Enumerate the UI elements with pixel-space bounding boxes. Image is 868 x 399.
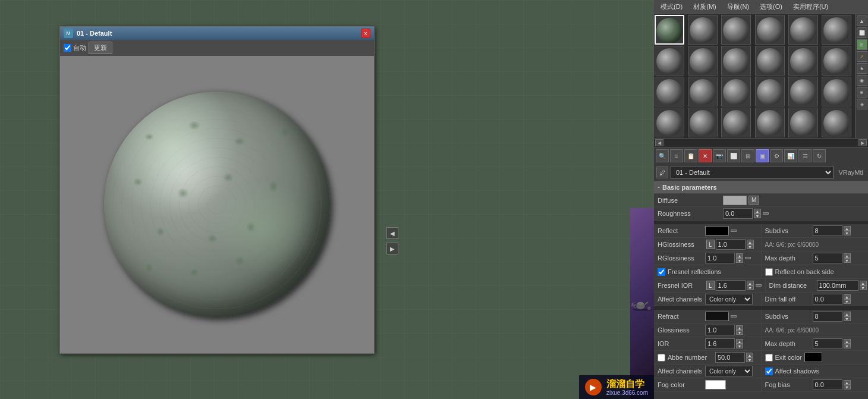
maxdepth-up[interactable]: ▲ <box>844 253 851 258</box>
tool-btn-settings[interactable]: ⚙ <box>770 149 783 162</box>
affect-channels2-dropdown[interactable]: Color only All channels <box>705 366 753 376</box>
subdivs-up[interactable]: ▲ <box>844 226 851 231</box>
tool-btn-delete[interactable]: ✕ <box>699 149 712 162</box>
hgloss-down[interactable]: ▼ <box>747 244 754 249</box>
update-button[interactable]: 更新 <box>89 42 112 54</box>
ior-up[interactable]: ▲ <box>736 339 743 344</box>
glossiness-input[interactable] <box>705 325 735 335</box>
fogbias-down[interactable]: ▼ <box>844 385 851 389</box>
reflect-back-checkbox[interactable] <box>765 268 773 276</box>
refract-maxdepth-down[interactable]: ▼ <box>844 344 851 348</box>
nav-right-arrow[interactable]: ▶ <box>386 243 398 255</box>
material-ball-4[interactable] <box>755 15 785 45</box>
sidebar-icon-3[interactable]: ⊞ <box>857 39 867 50</box>
refract-maxdepth-input[interactable] <box>813 338 842 349</box>
rgloss-m-button[interactable] <box>745 257 751 259</box>
exitcolor-checkbox[interactable] <box>765 354 773 362</box>
material-ball-15[interactable] <box>721 77 751 106</box>
tool-btn-cycle[interactable]: ↻ <box>813 149 826 162</box>
fogbias-input[interactable] <box>813 379 842 390</box>
sidebar-icon-1[interactable]: ▲ <box>857 15 867 26</box>
fresnel-checkbox[interactable] <box>658 268 665 276</box>
reflect-m-button[interactable] <box>731 230 737 232</box>
abbe-checkbox[interactable] <box>658 354 665 362</box>
material-name-dropdown[interactable]: 01 - Default <box>671 166 834 179</box>
sidebar-icon-2[interactable]: ⬜ <box>857 27 867 38</box>
maxdepth-input[interactable] <box>813 253 842 263</box>
fresnel-ior-up[interactable]: ▲ <box>747 281 754 285</box>
material-ball-24[interactable] <box>822 108 851 137</box>
subdivs-down[interactable]: ▼ <box>844 231 851 235</box>
material-ball-2[interactable] <box>688 15 718 45</box>
material-ball-10[interactable] <box>755 46 785 76</box>
material-ball-5[interactable] <box>788 15 818 45</box>
roughness-input[interactable] <box>723 208 753 219</box>
subdivs-input[interactable] <box>813 225 842 236</box>
dimdist-up[interactable]: ▲ <box>860 281 867 285</box>
fogbias-up[interactable]: ▲ <box>844 380 851 385</box>
abbe-up[interactable]: ▲ <box>746 353 753 357</box>
scroll-left-btn[interactable]: ◀ <box>655 139 663 146</box>
material-ball-14[interactable] <box>688 77 718 106</box>
maxdepth-down[interactable]: ▼ <box>844 258 851 263</box>
material-ball-23[interactable] <box>788 108 818 137</box>
scroll-right-btn[interactable]: ▶ <box>858 139 867 146</box>
sidebar-icon-4[interactable]: ↗ <box>857 51 867 62</box>
material-ball-7[interactable] <box>655 46 684 76</box>
material-ball-18[interactable] <box>822 77 851 106</box>
fresnel-ior-down[interactable]: ▼ <box>747 285 754 290</box>
roughness-up[interactable]: ▲ <box>754 209 761 213</box>
ior-down[interactable]: ▼ <box>736 344 743 348</box>
material-ball-11[interactable] <box>788 46 818 76</box>
refract-subdivs-input[interactable] <box>813 311 842 322</box>
dimfalloff-up[interactable]: ▲ <box>844 294 851 299</box>
dimfalloff-input[interactable] <box>813 294 842 304</box>
reflect-color-swatch[interactable] <box>705 226 729 235</box>
tool-btn-assign[interactable]: 📋 <box>684 149 697 162</box>
rgloss-down[interactable]: ▼ <box>736 258 743 263</box>
tool-btn-list[interactable]: ≡ <box>670 149 683 162</box>
sidebar-icon-8[interactable]: ◈ <box>857 99 867 109</box>
tool-btn-refresh[interactable]: ⊞ <box>741 149 754 162</box>
menu-mode[interactable]: 模式(D) <box>659 2 684 12</box>
menu-navigate[interactable]: 导航(N) <box>725 2 751 12</box>
tool-btn-capture[interactable]: 📷 <box>713 149 726 162</box>
affect-channels-dropdown[interactable]: Color only All channels <box>705 294 753 304</box>
glossiness-down[interactable]: ▼ <box>736 330 743 335</box>
fogcolor-swatch[interactable] <box>705 380 726 389</box>
material-ball-22[interactable] <box>755 108 785 137</box>
glossiness-up[interactable]: ▲ <box>736 325 743 330</box>
material-ball-17[interactable] <box>788 77 818 106</box>
material-ball-16[interactable] <box>755 77 785 106</box>
dimdist-input[interactable] <box>817 280 858 291</box>
material-ball-3[interactable] <box>721 15 751 45</box>
ior-input[interactable] <box>705 338 735 349</box>
menu-material[interactable]: 材质(M) <box>691 2 718 12</box>
refract-m-button[interactable] <box>731 315 737 318</box>
eyedrop-button[interactable]: 🖊 <box>656 166 668 178</box>
auto-checkbox[interactable] <box>64 44 71 52</box>
material-ball-9[interactable] <box>721 46 751 76</box>
tool-btn-stats[interactable]: 📊 <box>784 149 797 162</box>
refract-maxdepth-up[interactable]: ▲ <box>844 339 851 344</box>
sidebar-icon-5[interactable]: ★ <box>857 63 867 74</box>
refract-color-swatch[interactable] <box>705 312 729 321</box>
dimdist-down[interactable]: ▼ <box>860 285 867 290</box>
exitcolor-swatch[interactable] <box>804 353 822 362</box>
material-ball-1[interactable] <box>655 15 684 45</box>
material-ball-12[interactable] <box>822 46 851 76</box>
material-ball-13[interactable] <box>655 77 684 106</box>
affect-shadows-checkbox[interactable] <box>765 367 773 375</box>
material-ball-6[interactable] <box>822 15 851 45</box>
roughness-down[interactable]: ▼ <box>754 213 761 218</box>
menu-options[interactable]: 选项(O) <box>758 2 784 12</box>
material-ball-8[interactable] <box>688 46 718 76</box>
fresnel-ior-m-button[interactable] <box>756 284 762 287</box>
basic-params-header[interactable]: - Basic parameters <box>654 181 868 194</box>
diffuse-color-swatch[interactable] <box>723 196 747 205</box>
material-ball-19[interactable] <box>655 108 684 137</box>
rgloss-input[interactable] <box>705 253 735 263</box>
diffuse-m-button[interactable]: M <box>749 196 759 205</box>
sidebar-icon-7[interactable]: ⊕ <box>857 87 867 98</box>
window-close-button[interactable]: × <box>361 29 370 38</box>
